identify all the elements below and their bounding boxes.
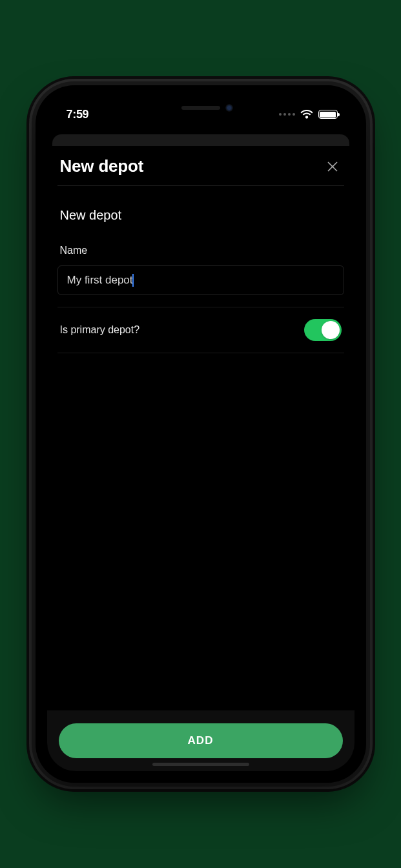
close-button[interactable] <box>324 158 342 176</box>
screen: 7:59 New depot <box>47 97 355 771</box>
close-icon <box>326 160 339 173</box>
name-input[interactable] <box>57 265 344 295</box>
modal-sheet: New depot New depot Name Is primary depo… <box>47 146 355 771</box>
section-header: New depot <box>60 208 342 223</box>
notch <box>133 97 269 119</box>
status-time: 7:59 <box>67 108 89 121</box>
switch-knob <box>322 321 340 339</box>
phone-frame: 7:59 New depot <box>36 85 366 783</box>
recording-dots-icon <box>279 113 295 116</box>
primary-depot-row: Is primary depot? <box>57 307 344 353</box>
primary-depot-label: Is primary depot? <box>60 324 140 336</box>
name-field-label: Name <box>60 245 342 256</box>
sheet-header: New depot <box>57 146 344 186</box>
add-button[interactable]: ADD <box>59 723 343 758</box>
speaker-grille <box>181 106 220 110</box>
battery-icon <box>318 110 338 119</box>
footer: ADD <box>47 710 355 771</box>
wifi-icon <box>300 110 313 119</box>
status-indicators <box>279 110 338 119</box>
name-input-wrap <box>57 265 344 295</box>
primary-depot-switch[interactable] <box>304 319 342 341</box>
sheet-title: New depot <box>60 156 144 176</box>
front-camera <box>225 104 233 112</box>
home-indicator[interactable] <box>152 763 249 766</box>
spacer <box>57 353 344 710</box>
backdrop-sheet-peek <box>52 134 349 146</box>
